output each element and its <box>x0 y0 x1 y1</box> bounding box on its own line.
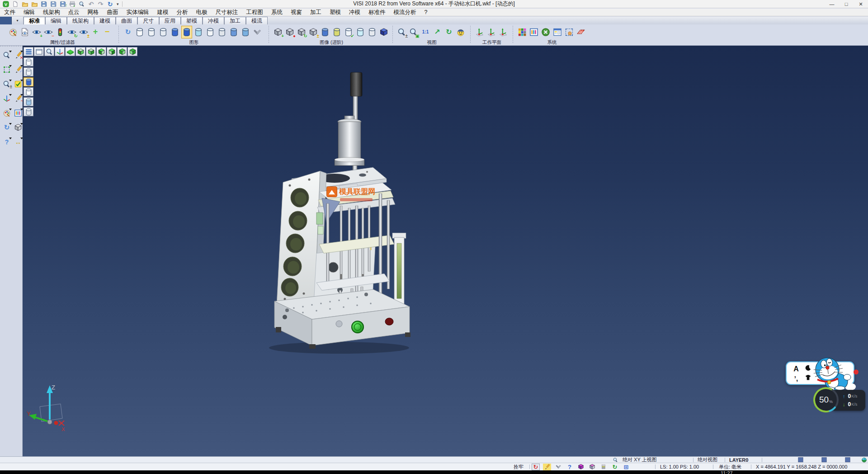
tab-5[interactable]: 曲面 <box>116 17 137 24</box>
view-iso-button[interactable] <box>117 47 127 56</box>
menu-item-1[interactable]: 文件 <box>0 9 19 16</box>
tab-9[interactable]: 冲模 <box>203 17 224 24</box>
selection-filter-button[interactable] <box>55 26 66 38</box>
show-entities-button[interactable]: + <box>31 26 42 38</box>
tab-1[interactable]: 标准 <box>24 17 45 24</box>
open-file-button[interactable] <box>20 0 29 8</box>
display-hidden-button[interactable] <box>24 67 33 76</box>
status-search-icon[interactable] <box>611 457 619 463</box>
tab-list-dropdown[interactable]: ▾ <box>12 17 24 24</box>
solid-shaded-button[interactable] <box>320 26 330 38</box>
active-layer-indicator[interactable]: LAYER0 <box>729 457 748 463</box>
add-image-button[interactable]: + <box>273 26 283 38</box>
menu-item-20[interactable]: ? <box>420 9 432 16</box>
view-top-button[interactable] <box>65 47 75 56</box>
status-search[interactable] <box>611 457 619 463</box>
solid-cube-button[interactable] <box>13 123 23 133</box>
layer-color-bar[interactable] <box>837 457 858 462</box>
view-back-button[interactable] <box>86 47 96 56</box>
view-right-button[interactable] <box>107 47 117 56</box>
tab-3[interactable]: 线架构 <box>67 17 94 24</box>
selection-options-button[interactable] <box>564 26 575 38</box>
display-settings-button[interactable] <box>252 26 263 38</box>
layer-color-bar[interactable] <box>790 457 811 462</box>
history-button[interactable]: ↻ <box>106 0 114 8</box>
view-face-button[interactable] <box>455 26 466 38</box>
menu-item-5[interactable]: 网格 <box>84 9 103 16</box>
save-as-button[interactable] <box>49 0 57 8</box>
spline-edit-button[interactable]: ~ <box>13 94 23 104</box>
hide-entities-button[interactable]: − <box>43 26 54 38</box>
attribute-preview-button[interactable] <box>19 26 30 38</box>
menu-item-19[interactable]: 模流分析 <box>390 9 420 16</box>
view-axes-button[interactable] <box>55 47 65 56</box>
compare-display-button[interactable] <box>228 26 239 38</box>
menu-item-4[interactable]: 点云 <box>64 9 84 16</box>
wand-button[interactable] <box>543 464 551 470</box>
render-window-button[interactable] <box>528 26 539 38</box>
refresh-image-button[interactable]: ↻ <box>296 26 307 38</box>
confirm-button[interactable] <box>13 79 23 89</box>
shaded-display-button[interactable] <box>170 26 180 38</box>
flat-display-button[interactable] <box>205 26 216 38</box>
selection-frame-button[interactable] <box>2 65 12 75</box>
display-flat-button[interactable] <box>24 87 33 96</box>
menu-item-14[interactable]: 视窗 <box>287 9 306 16</box>
system-status[interactable] <box>860 457 868 463</box>
tab-7[interactable]: 应用 <box>159 17 181 24</box>
view-front-button[interactable] <box>75 47 85 56</box>
context-help-button[interactable]: ? <box>566 464 574 470</box>
list-bars-button[interactable] <box>599 464 608 470</box>
preview-filter-button[interactable] <box>2 50 12 60</box>
menu-item-13[interactable]: 系统 <box>267 9 287 16</box>
solid-ghost-button[interactable] <box>355 26 366 38</box>
print-button[interactable] <box>68 0 76 8</box>
insert-file-button[interactable] <box>30 0 38 8</box>
mold-solid-button[interactable] <box>577 464 585 470</box>
striped-display-button[interactable] <box>217 26 227 38</box>
system-status-ball[interactable] <box>860 457 868 463</box>
zoom-scale-button[interactable]: 1:1 <box>420 26 431 38</box>
menu-item-18[interactable]: 标准件 <box>364 9 390 16</box>
menu-item-9[interactable]: 分析 <box>173 9 192 16</box>
display-ghost-button[interactable] <box>24 97 33 106</box>
rotate-increment-button[interactable]: ↻ <box>611 464 619 470</box>
new-file-button[interactable] <box>11 0 19 8</box>
layer-palette-button[interactable] <box>2 108 12 118</box>
zoom-selection-button[interactable]: ± <box>2 79 12 89</box>
view-axono-button[interactable] <box>127 47 137 56</box>
edit-sketch-button[interactable]: ◠ <box>13 65 23 75</box>
lock-toggle[interactable]: 拴牢 <box>514 463 524 470</box>
refresh-visibility-button[interactable]: ↻ <box>66 26 77 38</box>
hidden-line-display-button[interactable] <box>146 26 157 38</box>
system-options-button[interactable] <box>540 26 551 38</box>
show-all-button[interactable]: + <box>90 26 101 38</box>
print-preview-button[interactable] <box>77 0 86 8</box>
color-settings-button[interactable] <box>517 26 528 38</box>
scale-indicator[interactable]: LS: 1.00 PS: 1.00 <box>660 463 699 470</box>
move-cs-button[interactable] <box>2 94 12 104</box>
view-reference-indicator[interactable]: 绝对视图 <box>698 457 717 463</box>
viewport[interactable]: 模具联盟网 Z Y X A ’, <box>23 46 868 456</box>
tools-button[interactable] <box>554 464 562 470</box>
redraw-button[interactable]: ↻ <box>123 26 133 38</box>
memory-usage-ball[interactable]: 50 % <box>812 386 840 414</box>
workplane-standard-button[interactable] <box>474 26 485 38</box>
display-striped-button[interactable] <box>24 107 33 116</box>
view-left-button[interactable] <box>96 47 106 56</box>
undo-button[interactable]: ↶ <box>87 0 95 8</box>
rotate-view-button[interactable]: ↻ <box>443 26 454 38</box>
hide-all-button[interactable]: − <box>102 26 113 38</box>
edit-attributes-button[interactable] <box>8 26 19 38</box>
tab-2[interactable]: 编辑 <box>45 17 67 24</box>
workplane-entity-button[interactable] <box>486 26 497 38</box>
menu-item-17[interactable]: 冲模 <box>345 9 364 16</box>
menu-item-10[interactable]: 电极 <box>192 9 212 16</box>
zoom-in-out-button[interactable]: ± <box>396 26 407 38</box>
profiles-button[interactable] <box>552 26 563 38</box>
grid-window-button[interactable] <box>13 108 23 118</box>
refresh-display-button[interactable] <box>240 26 251 38</box>
minimize-button[interactable]: — <box>825 0 839 8</box>
workplane-view-button[interactable] <box>498 26 509 38</box>
display-wireframe-button[interactable] <box>24 57 33 66</box>
